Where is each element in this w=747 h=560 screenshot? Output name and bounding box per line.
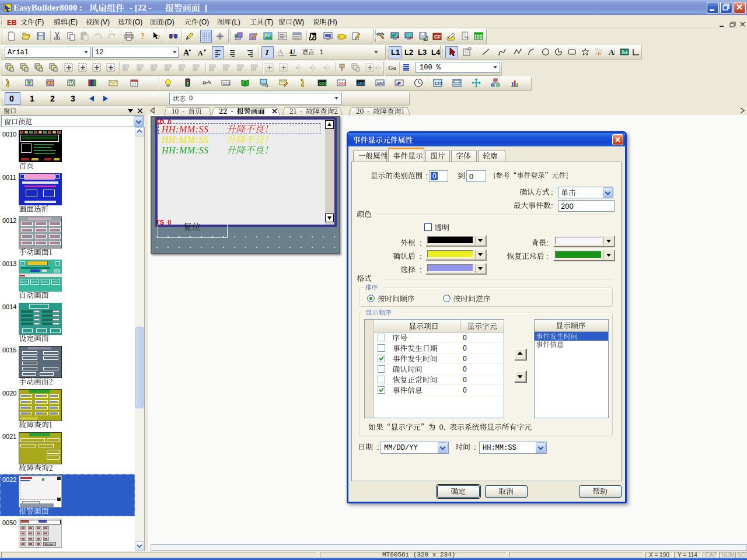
svg-text:?: ? [157,33,160,40]
svg-text:CF: CF [434,34,441,40]
svg-text:?: ? [141,32,145,41]
svg-text:ABC: ABC [376,81,385,86]
svg-text:•F: •F [396,81,401,86]
svg-text:A: A [609,48,615,57]
svg-text:A: A [198,49,203,57]
svg-text:999: 999 [338,81,347,86]
svg-text:I: I [265,48,269,57]
svg-text:Go: Go [388,64,397,71]
svg-text:U: U [290,48,295,56]
svg-text:A: A [278,48,283,56]
svg-text:ABC: ABC [357,81,365,86]
svg-text:A: A [183,48,190,57]
svg-text:%: % [465,35,469,40]
svg-text:?: ? [172,34,174,40]
svg-text:123: 123 [434,81,442,86]
svg-text:999: 999 [319,81,327,86]
svg-text:123: 123 [223,81,231,86]
